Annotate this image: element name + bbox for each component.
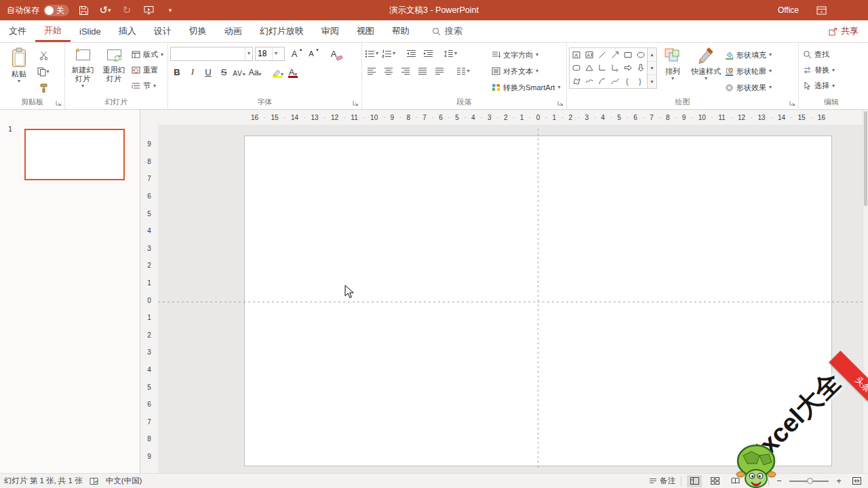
tab-文件[interactable]: 文件 bbox=[0, 20, 35, 42]
shape-effects-button[interactable]: 形状效果 ▾ bbox=[724, 80, 796, 95]
quick-access-chevron-icon[interactable]: ▾ bbox=[163, 3, 178, 18]
isoceles-triangle-shape-button[interactable] bbox=[583, 62, 595, 75]
arrow-shape-button[interactable] bbox=[608, 48, 621, 62]
strikethrough-button[interactable]: S bbox=[217, 64, 231, 79]
format-painter-button[interactable] bbox=[36, 81, 51, 95]
font-size-combo[interactable]: ▾ bbox=[255, 47, 285, 61]
replace-button[interactable]: 替换 ▾ bbox=[801, 63, 837, 77]
text-highlight-button[interactable]: ▾ bbox=[271, 64, 284, 79]
character-spacing-button[interactable]: AV▾ bbox=[233, 64, 246, 79]
tab-幻灯片放映[interactable]: 幻灯片放映 bbox=[251, 20, 313, 42]
autosave-switch[interactable]: 关 bbox=[43, 5, 69, 16]
ribbon-search[interactable]: 搜索 bbox=[432, 20, 462, 42]
scrollbar-thumb[interactable] bbox=[864, 111, 867, 206]
elbow-arrow-connector-shape-button[interactable] bbox=[608, 62, 621, 75]
align-center-button[interactable] bbox=[381, 64, 396, 79]
reuse-slides-button[interactable]: 重用幻灯片 bbox=[98, 45, 130, 96]
ribbon-display-options-icon[interactable] bbox=[814, 3, 829, 18]
undo-icon[interactable]: ↺▾ bbox=[98, 3, 113, 18]
oval-shape-button[interactable] bbox=[634, 48, 647, 62]
section-button[interactable]: 节 ▾ bbox=[130, 79, 165, 93]
justify-button[interactable] bbox=[415, 64, 430, 79]
slide-sorter-view-button[interactable] bbox=[707, 475, 722, 487]
select-button[interactable]: 选择 ▾ bbox=[801, 79, 837, 93]
shapes-scroll-up-icon[interactable]: ▲ bbox=[648, 48, 656, 62]
grow-font-button[interactable]: A▴ bbox=[287, 47, 302, 61]
quick-styles-button[interactable]: 快速样式 ▾ bbox=[688, 45, 724, 96]
reset-button[interactable]: 重置 bbox=[130, 63, 165, 77]
elbow-connector-shape-button[interactable] bbox=[595, 62, 608, 75]
fit-to-window-button[interactable] bbox=[849, 475, 864, 487]
new-slide-button[interactable]: 新建幻灯片 ▾ bbox=[67, 45, 98, 96]
font-name-input[interactable] bbox=[171, 47, 245, 60]
shapes-scroll-down-icon[interactable]: ▼ bbox=[648, 62, 656, 75]
columns-button[interactable]: ▾ bbox=[456, 64, 471, 79]
shapes-more-icon[interactable]: ▼ bbox=[648, 75, 656, 88]
slide-thumbnail[interactable] bbox=[24, 129, 125, 180]
shrink-font-button[interactable]: A▾ bbox=[304, 47, 319, 61]
arc-shape-button[interactable] bbox=[595, 75, 608, 88]
autosave-toggle[interactable]: 自动保存 关 bbox=[7, 5, 69, 16]
right-arrow-shape-button[interactable] bbox=[621, 62, 634, 75]
paste-button[interactable]: 粘贴 ▾ bbox=[2, 45, 36, 96]
distribute-button[interactable] bbox=[432, 64, 447, 79]
text-box-shape-button[interactable]: A bbox=[570, 48, 583, 62]
slideshow-icon[interactable] bbox=[141, 3, 156, 18]
spell-check-icon[interactable] bbox=[90, 477, 99, 485]
tab-帮助[interactable]: 帮助 bbox=[383, 20, 418, 42]
vertical-guide-line[interactable] bbox=[538, 129, 538, 469]
save-icon[interactable] bbox=[76, 3, 91, 18]
tab-审阅[interactable]: 审阅 bbox=[313, 20, 348, 42]
vertical-text-box-shape-button[interactable]: A bbox=[583, 48, 595, 62]
font-dialog-launcher[interactable] bbox=[353, 100, 359, 107]
share-button[interactable]: 共享 bbox=[819, 20, 868, 42]
text-direction-button[interactable]: 文字方向 ▾ bbox=[490, 47, 564, 62]
scribble-shape-button[interactable] bbox=[583, 75, 595, 88]
shape-outline-button[interactable]: 形状轮廓 ▾ bbox=[724, 64, 796, 79]
underline-button[interactable]: U bbox=[201, 64, 215, 79]
down-arrow-shape-button[interactable] bbox=[634, 62, 647, 75]
bullets-button[interactable]: ▾ bbox=[364, 47, 379, 61]
clipboard-dialog-launcher[interactable] bbox=[56, 100, 62, 107]
layout-button[interactable]: 版式 ▾ bbox=[130, 47, 165, 62]
font-color-button[interactable]: A ▾ bbox=[286, 64, 300, 79]
vertical-scrollbar[interactable] bbox=[863, 110, 868, 473]
shapes-gallery-scrollbar[interactable]: ▲ ▼ ▼ bbox=[647, 48, 656, 88]
shape-fill-button[interactable]: 形状填充 ▾ bbox=[724, 47, 796, 62]
font-name-caret-icon[interactable]: ▾ bbox=[245, 47, 252, 60]
font-size-caret-icon[interactable]: ▾ bbox=[272, 47, 279, 60]
italic-button[interactable]: I bbox=[186, 64, 199, 79]
zoom-in-button[interactable]: + bbox=[834, 476, 844, 486]
copy-button[interactable]: ▾ bbox=[36, 65, 51, 79]
arrange-button[interactable]: 排列 ▾ bbox=[657, 45, 688, 96]
horizontal-ruler[interactable]: 16·15·14·13·12·11·10·9·8·7·6·5·4·3·2·1·0… bbox=[140, 110, 863, 125]
cut-button[interactable] bbox=[36, 49, 51, 62]
font-size-input[interactable] bbox=[256, 47, 272, 60]
right-brace-shape-button[interactable]: } bbox=[634, 75, 647, 88]
drawing-dialog-launcher[interactable] bbox=[789, 100, 796, 107]
horizontal-guide-line[interactable] bbox=[158, 302, 863, 302]
clear-formatting-button[interactable]: A bbox=[326, 47, 341, 61]
redo-icon[interactable]: ↻ bbox=[119, 3, 134, 18]
paragraph-dialog-launcher[interactable] bbox=[557, 100, 564, 107]
left-brace-shape-button[interactable]: { bbox=[621, 75, 634, 88]
convert-smartart-button[interactable]: 转换为SmartArt ▾ bbox=[490, 80, 564, 95]
numbering-button[interactable]: ▾ bbox=[381, 47, 396, 61]
tab-iSlide[interactable]: iSlide bbox=[71, 20, 110, 42]
rectangle-shape-button[interactable] bbox=[621, 48, 634, 62]
curve-shape-button[interactable] bbox=[608, 75, 621, 88]
rounded-rectangle-shape-button[interactable] bbox=[570, 62, 583, 75]
vertical-ruler[interactable]: 9876543210123456789 bbox=[140, 125, 158, 473]
normal-view-button[interactable] bbox=[687, 475, 702, 487]
find-button[interactable]: 查找 bbox=[801, 47, 837, 62]
align-left-button[interactable] bbox=[364, 64, 379, 79]
tab-视图[interactable]: 视图 bbox=[348, 20, 383, 42]
line-shape-button[interactable] bbox=[595, 48, 608, 62]
tab-设计[interactable]: 设计 bbox=[145, 20, 180, 42]
decrease-indent-button[interactable] bbox=[403, 47, 418, 61]
language-status[interactable]: 中文(中国) bbox=[106, 476, 142, 486]
bold-button[interactable]: B bbox=[170, 64, 184, 79]
align-text-button[interactable]: 对齐文本 ▾ bbox=[490, 64, 564, 79]
align-right-button[interactable] bbox=[398, 64, 413, 79]
tab-动画[interactable]: 动画 bbox=[216, 20, 251, 42]
